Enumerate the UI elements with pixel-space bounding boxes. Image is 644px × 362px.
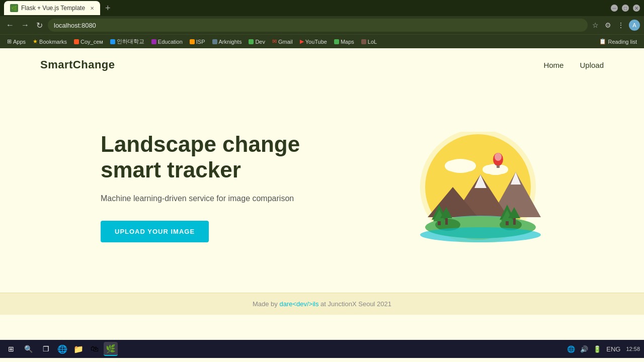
site-navbar: SmartChange Home Upload — [0, 48, 644, 81]
tab-bar: 🌿 Flask + Vue.js Template ✕ + ─ □ ✕ — [0, 0, 644, 16]
svg-point-4 — [460, 160, 476, 171]
nav-icons: ☆ ⚙ ⋮ A — [591, 20, 640, 31]
bookmark-label: Соу_сем — [80, 39, 103, 45]
bookmarks-bar: ⊞ Apps ★ Bookmarks Соу_сем 인하대학교 Educati… — [0, 34, 644, 48]
site-logo: SmartChange — [40, 58, 115, 71]
active-tab[interactable]: 🌿 Flask + Vue.js Template ✕ — [4, 1, 100, 15]
taskbar-edge-icon[interactable]: 🌐 — [55, 342, 69, 356]
bookmark-label: ISP — [196, 39, 205, 45]
nav-home-link[interactable]: Home — [543, 61, 564, 69]
extensions-icon[interactable]: ⚙ — [603, 20, 613, 30]
bookmark-isp[interactable]: ISP — [187, 38, 208, 46]
bookmark-maps[interactable]: Maps — [331, 38, 357, 46]
site-footer: Made by dare<dev/>ils at JunctionX Seoul… — [0, 293, 644, 315]
svg-point-6 — [482, 165, 496, 174]
footer-suffix: at JunctionX Seoul 2021 — [318, 300, 391, 308]
bookmark-dot-icon — [190, 39, 195, 44]
bookmark-star-icon: ★ — [33, 38, 38, 45]
bookmark-dot-icon — [249, 39, 254, 44]
hero-subtitle: Machine learning-driven service for imag… — [101, 193, 300, 205]
bookmark-gmail[interactable]: ✉ Gmail — [269, 37, 296, 46]
start-button[interactable]: ⊞ — [4, 343, 18, 355]
browser-nav-bar: ← → ↻ ☆ ⚙ ⋮ A — [0, 16, 644, 34]
taskbar-pinned-icons: 🌐 📁 🛍 🌿 — [55, 342, 118, 356]
bookmark-dot-icon — [334, 39, 339, 44]
tab-favicon-icon: 🌿 — [10, 4, 18, 12]
profile-avatar[interactable]: A — [629, 20, 640, 31]
website-content: SmartChange Home Upload Landscape change… — [0, 48, 644, 340]
reading-list-icon: 📋 — [599, 38, 606, 45]
bookmark-apps[interactable]: ⊞ Apps — [4, 37, 29, 46]
bookmark-label: Maps — [341, 39, 354, 45]
nav-upload-link[interactable]: Upload — [580, 61, 604, 69]
bookmark-label: LoL — [368, 39, 377, 45]
hero-title-line1: Landscape change — [101, 132, 300, 156]
bookmark-lol[interactable]: LoL — [358, 38, 380, 46]
taskbar-system-tray: 🌐 🔊 🔋 ENG 12:58 — [566, 344, 640, 354]
task-view-button[interactable]: ❐ — [39, 343, 53, 355]
gmail-icon: ✉ — [272, 38, 277, 45]
footer-prefix: Made by — [253, 300, 279, 308]
forward-button[interactable]: → — [19, 20, 31, 31]
taskbar-clock[interactable]: 12:58 — [626, 345, 640, 352]
maximize-button[interactable]: □ — [622, 5, 629, 12]
bookmark-label: Bookmarks — [39, 39, 67, 45]
settings-icon[interactable]: ⋮ — [616, 20, 626, 30]
bookmark-label: YouTube — [305, 39, 327, 45]
window-controls: ─ □ ✕ — [611, 5, 640, 12]
taskbar: ⊞ 🔍 ❐ 🌐 📁 🛍 🌿 🌐 🔊 🔋 ENG 12:58 — [0, 340, 644, 358]
hero-title-line2: smart tracker — [101, 157, 241, 182]
reading-list-label: Reading list — [608, 39, 637, 45]
tab-title: Flask + Vue.js Template — [21, 5, 85, 12]
volume-icon[interactable]: 🔊 — [579, 344, 590, 354]
apps-icon: ⊞ — [7, 38, 12, 45]
back-button[interactable]: ← — [4, 20, 16, 31]
new-tab-button[interactable]: + — [102, 2, 114, 15]
svg-rect-10 — [497, 165, 500, 168]
system-tray-icons: 🌐 🔊 🔋 ENG — [566, 344, 622, 354]
bookmark-dot-icon — [212, 39, 217, 44]
bookmark-label: Apps — [13, 39, 26, 45]
network-icon[interactable]: 🌐 — [566, 344, 577, 354]
youtube-icon: ▶ — [300, 38, 304, 45]
bookmark-star-icon[interactable]: ☆ — [591, 20, 600, 30]
clock-time: 12:58 — [626, 345, 640, 352]
svg-point-33 — [420, 227, 541, 242]
hero-title: Landscape change smart tracker — [101, 132, 300, 183]
taskbar-store-icon[interactable]: 🛍 — [88, 342, 102, 356]
bookmark-label: Dev — [255, 39, 265, 45]
footer-author: dare<dev/>ils — [279, 300, 318, 308]
search-button[interactable]: 🔍 — [20, 343, 37, 355]
language-label[interactable]: ENG — [605, 344, 622, 354]
bookmark-dot-icon — [74, 39, 79, 44]
bookmark-bookmarks[interactable]: ★ Bookmarks — [30, 37, 70, 46]
bookmark-cousem[interactable]: Соу_сем — [71, 38, 106, 46]
taskbar-browser-active-icon[interactable]: 🌿 — [104, 342, 118, 356]
bookmark-inha[interactable]: 인하대학교 — [107, 37, 147, 46]
reading-list-button[interactable]: 📋 Reading list — [596, 37, 640, 46]
bookmark-dot-icon — [110, 39, 115, 44]
tab-close-icon[interactable]: ✕ — [90, 6, 94, 11]
site-nav-links: Home Upload — [543, 61, 604, 69]
svg-rect-31 — [513, 217, 516, 225]
landscape-illustration — [403, 132, 543, 242]
bookmark-education[interactable]: Education — [148, 38, 186, 46]
taskbar-folder-icon[interactable]: 📁 — [71, 342, 86, 356]
svg-point-9 — [495, 153, 502, 161]
minimize-button[interactable]: ─ — [611, 5, 618, 12]
hero-illustration — [403, 132, 543, 242]
bookmark-dot-icon — [151, 39, 156, 44]
address-bar[interactable] — [48, 19, 588, 32]
svg-rect-26 — [445, 217, 448, 225]
bookmark-label: Gmail — [278, 39, 293, 45]
reload-button[interactable]: ↻ — [34, 20, 45, 31]
battery-icon[interactable]: 🔋 — [592, 344, 603, 354]
upload-cta-button[interactable]: UPLOAD YOUR IMAGE — [101, 221, 209, 242]
hero-text-block: Landscape change smart tracker Machine l… — [101, 132, 300, 242]
bookmark-dot-icon — [361, 39, 366, 44]
close-button[interactable]: ✕ — [633, 5, 640, 12]
bookmark-youtube[interactable]: ▶ YouTube — [297, 37, 330, 46]
hero-section: Landscape change smart tracker Machine l… — [0, 81, 644, 293]
bookmark-dev[interactable]: Dev — [246, 38, 268, 46]
bookmark-arknights[interactable]: Arknights — [209, 38, 245, 46]
